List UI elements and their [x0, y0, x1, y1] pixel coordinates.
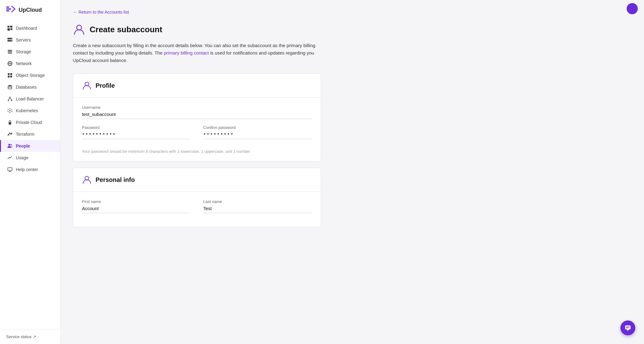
svg-line-26	[10, 98, 11, 100]
page-header: Create subaccount	[73, 23, 321, 36]
page-description: Create a new subaccount by filling in th…	[73, 42, 321, 64]
svg-rect-44	[625, 325, 631, 329]
logo-icon	[6, 6, 16, 14]
svg-rect-2	[6, 10, 9, 11]
sidebar-item-load-balancer[interactable]: Load Balancer	[0, 93, 60, 105]
sidebar-item-help-center[interactable]: Help center	[0, 164, 60, 175]
svg-point-38	[8, 144, 10, 146]
page-title: Create subaccount	[90, 25, 162, 34]
sidebar-item-private-cloud[interactable]: Private Cloud	[0, 117, 60, 128]
private-cloud-icon	[7, 120, 13, 125]
name-row: First name Account Last name Test	[82, 199, 312, 219]
svg-rect-40	[8, 168, 12, 171]
svg-marker-35	[9, 132, 11, 135]
svg-point-32	[8, 111, 9, 112]
svg-point-9	[11, 38, 12, 39]
password-label: Password	[82, 125, 191, 130]
load-balancer-icon	[7, 96, 13, 102]
first-name-value[interactable]: Account	[82, 206, 191, 213]
usage-icon	[7, 155, 13, 161]
svg-rect-34	[9, 122, 11, 125]
back-link[interactable]: ← Return to the Accounts list	[73, 10, 129, 15]
svg-rect-20	[10, 76, 12, 77]
confirm-password-field: Confirm password •••••••••	[203, 125, 312, 139]
sidebar-item-usage[interactable]: Usage	[0, 152, 60, 164]
svg-point-24	[11, 100, 12, 101]
svg-point-33	[11, 111, 12, 112]
personal-info-card-header: Personal info	[73, 168, 321, 192]
svg-rect-13	[8, 53, 12, 54]
svg-rect-3	[7, 26, 9, 28]
last-name-label: Last name	[203, 199, 312, 204]
profile-card: Profile Username test_subaccount Passwor…	[73, 73, 321, 161]
logo-text: UpCloud	[19, 7, 42, 13]
svg-point-30	[8, 109, 9, 110]
svg-rect-1	[6, 8, 11, 10]
personal-info-card-title: Personal info	[96, 176, 135, 183]
svg-rect-17	[8, 73, 10, 75]
sidebar-item-terraform[interactable]: Terraform	[0, 128, 60, 140]
profile-card-title: Profile	[96, 82, 115, 89]
svg-point-41	[77, 25, 82, 30]
username-field: Username test_subaccount	[82, 105, 312, 119]
svg-rect-12	[8, 51, 12, 52]
sidebar-item-people[interactable]: People	[0, 140, 60, 152]
confirm-password-value[interactable]: •••••••••	[203, 132, 312, 139]
svg-point-39	[11, 144, 12, 145]
sidebar-item-servers[interactable]: Servers	[0, 34, 60, 46]
kubernetes-icon	[7, 108, 13, 113]
personal-info-icon	[82, 175, 92, 185]
logo[interactable]: UpCloud	[0, 0, 60, 20]
svg-rect-6	[11, 28, 12, 30]
svg-marker-36	[11, 133, 12, 135]
sidebar-item-databases[interactable]: Databases	[0, 81, 60, 93]
personal-info-card-body: First name Account Last name Test	[73, 192, 321, 227]
username-label: Username	[82, 105, 312, 110]
servers-icon	[7, 37, 13, 43]
chat-button[interactable]	[620, 320, 635, 335]
svg-rect-5	[7, 28, 10, 31]
password-value[interactable]: ••••••••••	[82, 132, 191, 139]
sidebar-footer: Service status ↗	[0, 329, 60, 344]
svg-point-29	[10, 112, 11, 113]
svg-point-28	[10, 108, 11, 109]
sidebar-item-kubernetes[interactable]: Kubernetes	[0, 105, 60, 117]
profile-icon	[82, 81, 92, 90]
people-icon	[7, 143, 13, 149]
svg-rect-11	[8, 50, 12, 51]
network-icon	[7, 61, 13, 66]
last-name-value[interactable]: Test	[203, 206, 312, 213]
profile-card-header: Profile	[73, 74, 321, 98]
dashboard-icon	[7, 25, 13, 31]
billing-contact-link[interactable]: primary billing contact	[164, 50, 209, 55]
svg-point-27	[9, 110, 11, 111]
svg-point-23	[8, 100, 9, 101]
svg-rect-18	[10, 73, 12, 75]
svg-marker-37	[8, 134, 9, 136]
password-hint: Your password should be minimum 8 charac…	[82, 149, 312, 154]
service-status-link[interactable]: Service status ↗	[6, 334, 54, 339]
svg-rect-19	[8, 76, 10, 77]
last-name-field: Last name Test	[203, 199, 312, 213]
password-row: Password •••••••••• Confirm password •••…	[82, 125, 312, 145]
object-storage-icon	[7, 73, 13, 78]
svg-line-25	[8, 98, 10, 100]
sidebar-item-network[interactable]: Network	[0, 58, 60, 69]
svg-rect-4	[10, 26, 12, 28]
svg-point-31	[11, 109, 12, 110]
sidebar-nav: Dashboard Servers Storage Network Object	[0, 20, 60, 329]
sidebar-item-dashboard[interactable]: Dashboard	[0, 22, 60, 34]
personal-info-card: Personal info First name Account Last na…	[73, 168, 321, 227]
sidebar-item-object-storage[interactable]: Object Storage	[0, 69, 60, 81]
svg-point-22	[9, 97, 11, 98]
storage-icon	[7, 49, 13, 55]
sidebar-item-storage[interactable]: Storage	[0, 46, 60, 58]
external-link-icon: ↗	[33, 334, 36, 339]
databases-icon	[7, 84, 13, 90]
sidebar: UpCloud Dashboard Servers Storage Netw	[0, 0, 60, 344]
password-field: Password ••••••••••	[82, 125, 191, 139]
user-avatar[interactable]	[627, 3, 638, 14]
help-center-icon	[7, 167, 13, 172]
username-value[interactable]: test_subaccount	[82, 112, 312, 119]
first-name-field: First name Account	[82, 199, 191, 213]
